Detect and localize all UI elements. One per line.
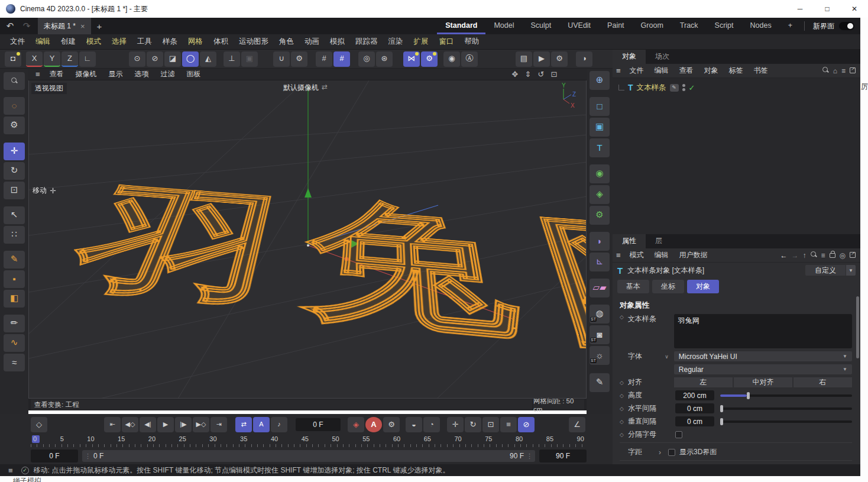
attribute-manager-hamburger-icon[interactable]: ≡ [613, 251, 624, 260]
menu-item[interactable]: 工具 [132, 37, 157, 47]
horizontal-spacing-slider[interactable] [720, 407, 852, 410]
attribute-manager-menu-item[interactable]: 用户数据 [674, 250, 713, 260]
search-icon[interactable] [822, 67, 829, 75]
menu-item[interactable]: 角色 [274, 37, 299, 47]
height-slider[interactable] [720, 394, 852, 397]
camera-label[interactable]: 默认摄像机 ⇄ [283, 83, 328, 93]
attribute-manager-menu-item[interactable]: 模式 [624, 250, 649, 260]
timeline-ruler[interactable]: 051015202530354045505560657075808590 [31, 435, 587, 444]
diamond-icon[interactable]: ◇ [620, 380, 628, 386]
toolbar-button[interactable] [569, 51, 575, 67]
font-style-dropdown[interactable]: Regular ▼ [674, 364, 852, 374]
panel-tab[interactable]: 层 [646, 234, 672, 248]
attribute-manager-menu-item[interactable]: 编辑 [649, 250, 674, 260]
material-sphere-icon[interactable]: ◑ [576, 51, 592, 67]
render-region-icon[interactable]: ◎ [358, 51, 375, 67]
null-object-icon[interactable]: ⊕ [590, 71, 610, 90]
align-option-button[interactable]: 左 [674, 377, 733, 387]
solo-eye-icon[interactable]: ◉ [443, 51, 460, 67]
stereo-icon[interactable]: ⊛ [376, 51, 393, 67]
toolbar-button[interactable] [394, 51, 402, 67]
object-manager-menu-item[interactable]: 文件 [624, 66, 649, 76]
play-icon[interactable]: ▶ [157, 417, 174, 432]
field-icon[interactable]: ⊾ [590, 253, 610, 271]
up-arrow-icon[interactable]: ↑ [803, 251, 807, 260]
move-tool-icon[interactable]: ✛ [4, 143, 25, 160]
spline-rectangle-icon[interactable]: □ [590, 97, 610, 116]
redo-icon[interactable]: ↷ [20, 20, 33, 33]
solo-auto-icon[interactable]: Ⓐ [461, 51, 478, 67]
symmetry-icon[interactable]: ⋈ [403, 51, 420, 67]
object-row[interactable]: T 文本样条 ✎ ✓ [616, 82, 860, 93]
tool-button[interactable] [4, 201, 25, 205]
workplane-mode-icon[interactable]: ▣ [241, 51, 258, 67]
document-tab[interactable]: 未标题 1 * × [38, 18, 91, 34]
layout-tab[interactable]: Standard [437, 18, 485, 34]
layout-tab[interactable]: Sculpt [522, 18, 559, 34]
viewport-solo-icon[interactable]: ◘ [5, 51, 21, 67]
toggle-view-icon[interactable]: ⊡ [549, 70, 559, 79]
toolbar-button[interactable] [259, 51, 272, 67]
text-input[interactable]: 羽兔网 [674, 314, 852, 348]
home-icon[interactable]: ⌂ [833, 67, 837, 75]
edit-mesh-icon[interactable]: ✎ [590, 373, 610, 392]
object-manager-hamburger-icon[interactable]: ≡ [613, 66, 624, 75]
pan-icon[interactable]: ✥ [510, 70, 520, 79]
layout-tab[interactable]: Track [672, 18, 707, 34]
section-tab[interactable]: 坐标 [652, 280, 684, 293]
diamond-icon[interactable]: ◇ [620, 393, 628, 399]
toolbar-button[interactable] [351, 51, 357, 67]
range-start-field[interactable]: 0 F [31, 449, 78, 462]
preset-dropdown[interactable]: 自定义 ▼ [805, 265, 856, 276]
texture-mode-icon[interactable]: ◭ [200, 51, 216, 67]
object-manager-menu-item[interactable]: 书签 [749, 66, 773, 76]
status-hamburger-icon[interactable]: ≡ [5, 466, 17, 475]
align-option-button[interactable]: 中对齐 [734, 377, 792, 387]
sky-icon[interactable]: ◍ [590, 305, 610, 324]
view-label[interactable]: 透视视图 [31, 83, 67, 94]
section-title[interactable]: 对象属性 [620, 299, 852, 314]
object-button[interactable] [590, 159, 610, 163]
close-button[interactable]: ✕ [841, 0, 868, 18]
position-key-icon[interactable]: ✛ [447, 417, 464, 432]
popout-icon[interactable] [850, 251, 856, 260]
menu-item[interactable]: 模式 [81, 37, 106, 47]
model-mode-icon[interactable]: ◯ [182, 51, 199, 67]
search-icon[interactable] [811, 251, 817, 260]
goto-start-icon[interactable]: ⇤ [104, 417, 121, 432]
popout-icon[interactable] [850, 67, 856, 75]
deformer-icon[interactable]: ◗ [590, 232, 610, 251]
layout-tab[interactable]: Model [485, 18, 522, 34]
panel-tab[interactable]: 属性 [613, 234, 646, 248]
viewport-canvas[interactable]: 羽兔网 透视视图 默认摄像机 ⇄ Y Z X 移动 ✛ [28, 80, 587, 399]
new-interface-toggle[interactable] [839, 22, 854, 30]
add-document-tab-button[interactable]: + [91, 21, 108, 31]
spline-pen-tool-icon[interactable]: ✎ [4, 251, 25, 269]
orbit-icon[interactable]: ↺ [536, 70, 546, 79]
edges-mode-icon[interactable]: ⊘ [147, 51, 163, 67]
filter-icon[interactable]: ≡ [841, 67, 846, 75]
dolly-icon[interactable]: ⇕ [523, 70, 533, 79]
align-option-button[interactable]: 右 [793, 377, 852, 387]
viewport-menu-item[interactable]: 显示 [103, 69, 129, 79]
menu-item[interactable]: 跟踪器 [350, 37, 383, 47]
loop-icon[interactable]: ⇄ [235, 417, 252, 432]
object-manager-menu-item[interactable]: 查看 [674, 66, 699, 76]
snap-settings-icon[interactable]: ⚙ [291, 51, 307, 67]
minimize-button[interactable]: ─ [786, 0, 814, 18]
parameter-key-icon[interactable]: ≡ [500, 417, 517, 432]
object-name[interactable]: 文本样条 [637, 83, 666, 93]
autokey-ruler-icon[interactable]: A [253, 417, 270, 432]
height-field[interactable]: 200 cm [675, 390, 714, 400]
autokey-toggle-icon[interactable]: A [365, 417, 382, 432]
preview-range-bar[interactable]: ⋮ 0 F 90 F ⋮ [82, 450, 535, 462]
toolbar-button[interactable] [439, 51, 442, 67]
object-list[interactable]: T 文本样条 ✎ ✓ [613, 78, 860, 234]
menu-item[interactable]: 帮助 [459, 37, 485, 47]
prev-key-icon[interactable]: ◀◇ [122, 417, 138, 432]
scrollbar[interactable] [856, 296, 859, 358]
hud-icon[interactable]: ◔ [423, 417, 440, 432]
horizontal-spacing-field[interactable]: 0 cm [675, 403, 714, 413]
forward-arrow-icon[interactable]: → [792, 251, 799, 260]
viewport-menu-item[interactable]: 面板 [181, 69, 207, 79]
